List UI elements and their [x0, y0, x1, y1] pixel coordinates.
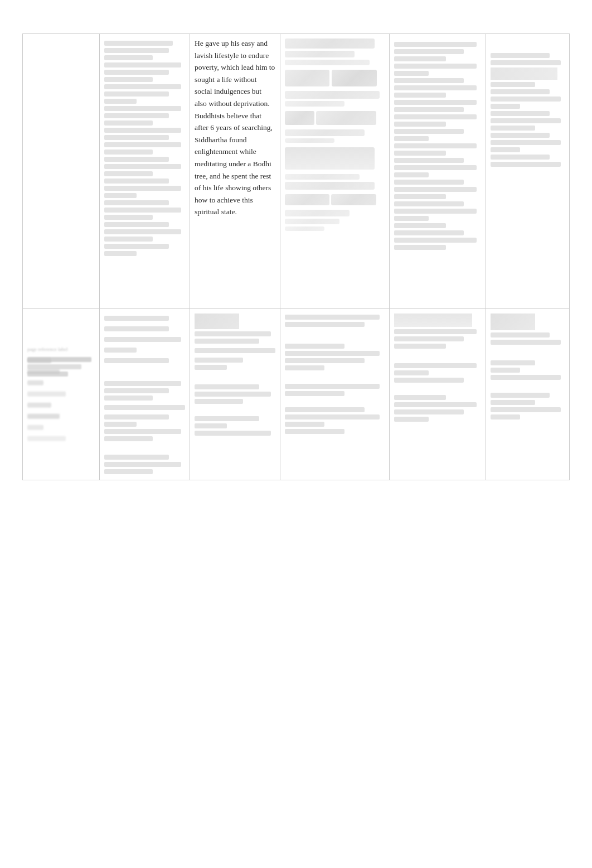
secondary-col1: page reference label	[23, 309, 100, 480]
row-side-label: page reference label	[27, 346, 67, 352]
secondary-col6-content	[491, 314, 565, 419]
col1-label-cell	[23, 34, 100, 309]
col4-visual-cell	[280, 34, 389, 309]
secondary-col5-content	[394, 314, 481, 422]
secondary-table-row: page reference label	[23, 309, 570, 480]
col6-blurred-cell	[486, 34, 569, 309]
page-container: He gave up his easy and lavish lifestyle…	[0, 0, 592, 868]
secondary-col6	[486, 309, 569, 480]
secondary-col3	[190, 309, 280, 480]
main-text-cell: He gave up his easy and lavish lifestyle…	[190, 34, 280, 309]
secondary-col4-content	[285, 315, 385, 434]
col4-image-block	[285, 37, 385, 305]
secondary-col4	[280, 309, 389, 480]
main-paragraph: He gave up his easy and lavish lifestyle…	[195, 37, 275, 218]
secondary-col3-content	[195, 314, 275, 436]
content-table: He gave up his easy and lavish lifestyle…	[22, 33, 570, 480]
secondary-col2-content	[104, 314, 185, 474]
col5-blurred-cell	[389, 34, 486, 309]
main-table-row: He gave up his easy and lavish lifestyle…	[23, 34, 570, 309]
col2-blurred-cell	[100, 34, 190, 309]
secondary-col2	[100, 309, 190, 480]
secondary-col5	[389, 309, 486, 480]
